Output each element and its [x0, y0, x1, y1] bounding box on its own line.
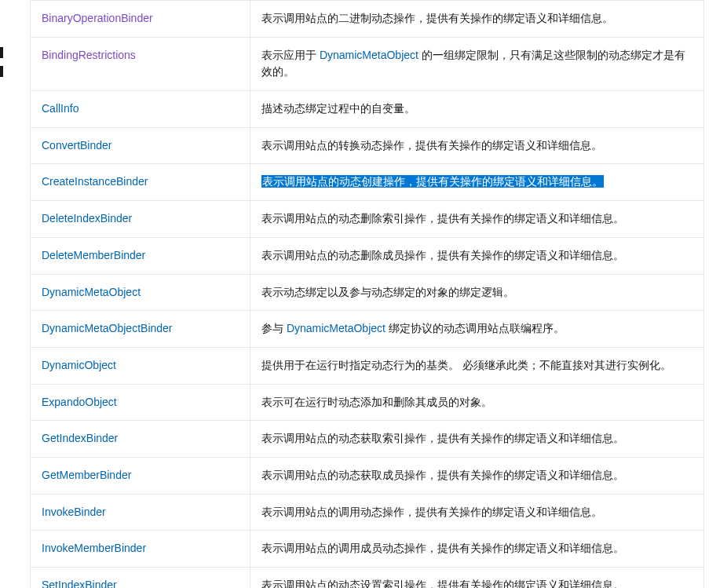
classes-table: BinaryOperationBinder表示调用站点的二进制动态操作，提供有关… — [30, 0, 704, 588]
table-row: BindingRestrictions表示应用于 DynamicMetaObje… — [31, 37, 704, 90]
table-row: DeleteMemberBinder表示调用站点的动态删除成员操作，提供有关操作… — [31, 237, 704, 274]
description-text: 表示可在运行时动态添加和删除其成员的对象。 — [261, 396, 492, 408]
table-row: ConvertBinder表示调用站点的转换动态操作，提供有关操作的绑定语义和详… — [31, 127, 704, 164]
class-description-cell: 表示调用站点的动态获取索引操作，提供有关操作的绑定语义和详细信息。 — [250, 421, 704, 458]
inline-link[interactable]: DynamicMetaObject — [287, 322, 386, 334]
class-link[interactable]: CreateInstanceBinder — [42, 175, 148, 188]
table-row: ExpandoObject表示可在运行时动态添加和删除其成员的对象。 — [31, 384, 704, 421]
table-row: DynamicMetaObjectBinder参与 DynamicMetaObj… — [31, 311, 704, 348]
class-description-cell: 提供用于在运行时指定动态行为的基类。 必须继承此类；不能直接对其进行实例化。 — [250, 347, 704, 384]
class-name-cell: ConvertBinder — [31, 127, 250, 164]
class-description-cell: 表示调用站点的二进制动态操作，提供有关操作的绑定语义和详细信息。 — [250, 1, 704, 38]
class-link[interactable]: InvokeMemberBinder — [42, 542, 146, 554]
class-link[interactable]: DynamicMetaObjectBinder — [42, 322, 173, 334]
class-name-cell: CallInfo — [31, 91, 250, 128]
class-description-cell: 表示调用站点的调用动态操作，提供有关操作的绑定语义和详细信息。 — [250, 494, 704, 531]
description-text: 表示调用站点的动态删除索引操作，提供有关操作的绑定语义和详细信息。 — [261, 212, 624, 225]
description-text: 表示动态绑定以及参与动态绑定的对象的绑定逻辑。 — [261, 286, 514, 298]
class-description: 表示调用站点的动态删除索引操作，提供有关操作的绑定语义和详细信息。 — [261, 212, 624, 225]
class-description-cell: 表示调用站点的动态删除成员操作，提供有关操作的绑定语义和详细信息。 — [250, 237, 704, 274]
table-row: GetMemberBinder表示调用站点的动态获取成员操作，提供有关操作的绑定… — [31, 457, 704, 494]
class-description: 表示调用站点的动态获取成员操作，提供有关操作的绑定语义和详细信息。 — [261, 469, 624, 481]
class-name-cell: GetIndexBinder — [31, 421, 250, 458]
class-name-cell: ExpandoObject — [31, 384, 250, 421]
table-row: DynamicObject提供用于在运行时指定动态行为的基类。 必须继承此类；不… — [31, 347, 704, 384]
description-text: 表示调用站点的动态设置索引操作，提供有关操作的绑定语义和详细信息。 — [261, 579, 624, 588]
class-description-cell: 表示调用站点的动态删除索引操作，提供有关操作的绑定语义和详细信息。 — [250, 201, 704, 238]
table-row: InvokeBinder表示调用站点的调用动态操作，提供有关操作的绑定语义和详细… — [31, 494, 704, 531]
description-text: 描述动态绑定过程中的自变量。 — [261, 102, 415, 115]
class-description-cell: 表示调用站点的转换动态操作，提供有关操作的绑定语义和详细信息。 — [250, 127, 704, 164]
class-name-cell: BinaryOperationBinder — [31, 1, 250, 38]
class-link[interactable]: InvokeBinder — [42, 506, 106, 518]
description-text: 表示调用站点的调用动态操作，提供有关操作的绑定语义和详细信息。 — [261, 506, 602, 518]
class-link[interactable]: CallInfo — [42, 102, 79, 115]
description-text: 参与 — [261, 322, 287, 334]
class-description: 表示调用站点的转换动态操作，提供有关操作的绑定语义和详细信息。 — [261, 139, 602, 152]
class-description: 表示可在运行时动态添加和删除其成员的对象。 — [261, 396, 492, 408]
class-link[interactable]: ExpandoObject — [42, 396, 117, 408]
class-link[interactable]: DynamicObject — [42, 359, 116, 371]
class-link[interactable]: SetIndexBinder — [42, 579, 117, 588]
class-description: 表示调用站点的调用动态操作，提供有关操作的绑定语义和详细信息。 — [261, 506, 602, 518]
class-description-cell: 描述动态绑定过程中的自变量。 — [250, 91, 704, 128]
table-row: GetIndexBinder表示调用站点的动态获取索引操作，提供有关操作的绑定语… — [31, 421, 704, 458]
class-link[interactable]: GetIndexBinder — [42, 432, 118, 444]
class-name-cell: GetMemberBinder — [31, 457, 250, 494]
side-marks — [0, 47, 3, 85]
description-text: 表示调用站点的动态删除成员操作，提供有关操作的绑定语义和详细信息。 — [261, 249, 624, 261]
class-link[interactable]: BinaryOperationBinder — [42, 12, 153, 24]
description-text: 绑定协议的动态调用站点联编程序。 — [386, 322, 565, 334]
class-description: 表示调用站点的动态删除成员操作，提供有关操作的绑定语义和详细信息。 — [261, 249, 624, 261]
side-mark — [0, 66, 3, 77]
content-container: BinaryOperationBinder表示调用站点的二进制动态操作，提供有关… — [30, 0, 704, 588]
class-description-cell: 表示动态绑定以及参与动态绑定的对象的绑定逻辑。 — [250, 274, 704, 311]
table-row: BinaryOperationBinder表示调用站点的二进制动态操作，提供有关… — [31, 1, 704, 38]
class-link[interactable]: BindingRestrictions — [42, 49, 136, 61]
class-description: 描述动态绑定过程中的自变量。 — [261, 102, 415, 115]
class-description: 表示调用站点的调用成员动态操作，提供有关操作的绑定语义和详细信息。 — [261, 542, 624, 554]
class-description: 提供用于在运行时指定动态行为的基类。 必须继承此类；不能直接对其进行实例化。 — [261, 359, 671, 371]
class-description: 参与 DynamicMetaObject 绑定协议的动态调用站点联编程序。 — [261, 322, 565, 334]
class-name-cell: DeleteIndexBinder — [31, 201, 250, 238]
class-description: 表示调用站点的动态获取索引操作，提供有关操作的绑定语义和详细信息。 — [261, 432, 624, 444]
table-row: DeleteIndexBinder表示调用站点的动态删除索引操作，提供有关操作的… — [31, 201, 704, 238]
table-row: CreateInstanceBinder表示调用站点的动态创建操作，提供有关操作… — [31, 164, 704, 201]
class-description-cell: 表示应用于 DynamicMetaObject 的一组绑定限制，只有满足这些限制… — [250, 37, 704, 90]
class-link[interactable]: GetMemberBinder — [42, 469, 131, 481]
description-text: 表示调用站点的动态创建操作，提供有关操作的绑定语义和详细信息。 — [262, 175, 603, 188]
description-text: 表示调用站点的转换动态操作，提供有关操作的绑定语义和详细信息。 — [261, 139, 602, 152]
table-row: DynamicMetaObject表示动态绑定以及参与动态绑定的对象的绑定逻辑。 — [31, 274, 704, 311]
class-description-cell: 表示调用站点的动态创建操作，提供有关操作的绑定语义和详细信息。 — [250, 164, 704, 201]
class-name-cell: DynamicObject — [31, 347, 250, 384]
class-description: 表示调用站点的动态创建操作，提供有关操作的绑定语义和详细信息。 — [261, 175, 604, 188]
description-text: 表示应用于 — [261, 49, 320, 61]
description-text: 表示调用站点的动态获取成员操作，提供有关操作的绑定语义和详细信息。 — [261, 469, 624, 481]
class-name-cell: InvokeMemberBinder — [31, 531, 250, 568]
class-description-cell: 表示调用站点的调用成员动态操作，提供有关操作的绑定语义和详细信息。 — [250, 531, 704, 568]
description-text: 表示调用站点的调用成员动态操作，提供有关操作的绑定语义和详细信息。 — [261, 542, 624, 554]
description-text: 表示调用站点的二进制动态操作，提供有关操作的绑定语义和详细信息。 — [261, 12, 613, 24]
side-mark — [0, 47, 3, 58]
class-link[interactable]: DeleteMemberBinder — [42, 249, 145, 261]
class-link[interactable]: DeleteIndexBinder — [42, 212, 132, 225]
class-description: 表示动态绑定以及参与动态绑定的对象的绑定逻辑。 — [261, 286, 514, 298]
inline-link[interactable]: DynamicMetaObject — [320, 49, 418, 61]
class-description-cell: 表示调用站点的动态获取成员操作，提供有关操作的绑定语义和详细信息。 — [250, 457, 704, 494]
class-name-cell: DynamicMetaObjectBinder — [31, 311, 250, 348]
class-description-cell: 表示调用站点的动态设置索引操作，提供有关操作的绑定语义和详细信息。 — [250, 568, 704, 589]
class-link[interactable]: DynamicMetaObject — [42, 286, 141, 298]
class-description-cell: 参与 DynamicMetaObject 绑定协议的动态调用站点联编程序。 — [250, 311, 704, 348]
table-row: CallInfo描述动态绑定过程中的自变量。 — [31, 91, 704, 128]
class-name-cell: SetIndexBinder — [31, 568, 250, 589]
classes-table-body: BinaryOperationBinder表示调用站点的二进制动态操作，提供有关… — [31, 1, 704, 589]
class-description: 表示调用站点的二进制动态操作，提供有关操作的绑定语义和详细信息。 — [261, 12, 613, 24]
class-name-cell: BindingRestrictions — [31, 37, 250, 90]
class-description: 表示应用于 DynamicMetaObject 的一组绑定限制，只有满足这些限制… — [261, 49, 685, 79]
description-text: 表示调用站点的动态获取索引操作，提供有关操作的绑定语义和详细信息。 — [261, 432, 624, 444]
class-name-cell: DynamicMetaObject — [31, 274, 250, 311]
class-name-cell: InvokeBinder — [31, 494, 250, 531]
class-link[interactable]: ConvertBinder — [42, 139, 112, 152]
class-description: 表示调用站点的动态设置索引操作，提供有关操作的绑定语义和详细信息。 — [261, 579, 624, 588]
table-row: SetIndexBinder表示调用站点的动态设置索引操作，提供有关操作的绑定语… — [31, 568, 704, 589]
